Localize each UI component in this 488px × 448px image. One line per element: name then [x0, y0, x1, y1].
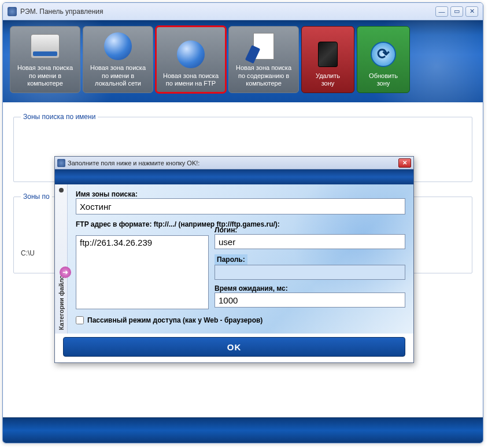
titlebar: РЭМ. Панель управления — ▭ ✕ — [3, 3, 483, 20]
toolbar-label: Обновить зону — [369, 72, 398, 88]
zone-name-label: Имя зоны поиска: — [76, 190, 405, 198]
hdd-icon — [28, 32, 62, 61]
login-label: Логин: — [215, 226, 405, 234]
toolbar-label: Новая зона поиска по содержанию в компью… — [236, 64, 291, 88]
toolbar-new-zone-ftp[interactable]: Новая зона поиска по имени на FTP — [156, 26, 226, 93]
app-icon — [8, 7, 17, 16]
window-title: РЭМ. Панель управления — [20, 8, 435, 16]
dialog-close-button[interactable]: ✕ — [398, 158, 411, 168]
sidebar-dot-icon — [59, 188, 64, 192]
footer-bar — [3, 417, 483, 443]
toolbar-label: Новая зона поиска по имени в компьютере — [17, 64, 73, 88]
timeout-label: Время ожидания, мс: — [215, 284, 405, 293]
toolbar-new-zone-content[interactable]: Новая зона поиска по содержанию в компью… — [228, 26, 299, 93]
toolbar-new-zone-lan[interactable]: Новая зона поиска по имени в локальной с… — [83, 26, 153, 93]
toolbar-delete-zone[interactable]: Удалить зону — [301, 26, 354, 93]
password-label: Пароль: — [215, 254, 247, 265]
passive-mode-checkbox[interactable] — [76, 316, 84, 324]
sidebar-label: Категории файлов — [58, 196, 65, 330]
dialog-sidebar[interactable]: Категории файлов — [55, 184, 68, 334]
password-input[interactable] — [215, 265, 405, 280]
toolbar-refresh-zone[interactable]: ⟳Обновить зону — [357, 26, 410, 93]
ok-button[interactable]: OK — [63, 337, 405, 357]
dialog-stripe — [55, 169, 413, 184]
group-legend-name: Зоны поиска по имени — [21, 113, 98, 121]
zone-name-input[interactable] — [76, 198, 405, 214]
close-button[interactable]: ✕ — [465, 6, 478, 17]
trash-icon — [310, 40, 345, 69]
login-input[interactable] — [215, 234, 405, 249]
globe-icon — [173, 40, 208, 69]
minimize-button[interactable]: — — [435, 6, 448, 17]
dialog-form: Имя зоны поиска: FTP адрес в формате: ft… — [68, 184, 413, 334]
timeout-input[interactable] — [215, 293, 405, 308]
ftp-address-input[interactable] — [76, 235, 209, 309]
toolbar-label: Новая зона поиска по имени в локальной с… — [90, 64, 146, 88]
dialog-icon — [57, 159, 65, 167]
toolbar-label: Новая зона поиска по имени на FTP — [163, 72, 219, 88]
toolbar-label: Удалить зону — [316, 72, 340, 88]
toolbar-new-zone-computer[interactable]: Новая зона поиска по имени в компьютере — [10, 26, 80, 93]
dialog-title: Заполните поля ниже и нажмите кнопку OK!… — [68, 160, 398, 166]
dialog-titlebar: Заполните поля ниже и нажмите кнопку OK!… — [55, 157, 413, 169]
doc-icon — [246, 32, 281, 61]
ftp-zone-dialog: Заполните поля ниже и нажмите кнопку OK!… — [54, 156, 414, 363]
sidebar-expand-button[interactable]: ➜ — [60, 266, 71, 278]
toolbar: Новая зона поиска по имени в компьютереН… — [3, 20, 483, 102]
refresh-icon: ⟳ — [366, 40, 401, 69]
passive-mode-label: Пассивный режим доступа (как у Web - бра… — [87, 316, 263, 324]
maximize-button[interactable]: ▭ — [450, 6, 463, 17]
group-legend-content: Зоны по — [21, 192, 52, 201]
globe-icon — [101, 32, 135, 61]
